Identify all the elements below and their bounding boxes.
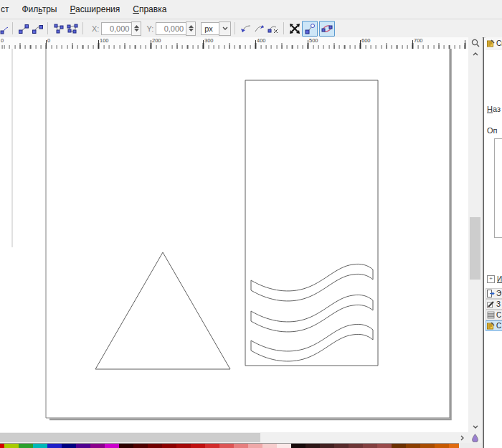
palette-swatch[interactable] — [420, 444, 435, 448]
dock-divider[interactable] — [483, 37, 484, 448]
x-coordinate-value[interactable]: 0,000 — [101, 22, 131, 35]
ruler-number: 100 — [100, 37, 109, 44]
spin-up-icon — [134, 25, 139, 28]
dialog-tab-export[interactable]: Э — [486, 288, 502, 299]
toolbar-separator — [47, 22, 48, 34]
palette-swatch[interactable] — [248, 444, 262, 448]
scroll-right-button[interactable] — [457, 432, 468, 443]
layers-icon — [487, 311, 495, 319]
horizontal-ruler[interactable]: 00100200300400500600700 — [0, 37, 468, 49]
palette-swatch[interactable] — [47, 444, 62, 448]
description-textarea[interactable] — [494, 138, 502, 238]
palette-swatch[interactable] — [148, 444, 162, 448]
ruler-number: 500 — [309, 37, 318, 44]
palette-swatch[interactable] — [4, 444, 19, 448]
palette-swatch[interactable] — [119, 444, 133, 448]
chevron-down-icon — [222, 27, 228, 30]
y-spinner-buttons[interactable] — [186, 22, 196, 36]
x-coordinate-spinbox[interactable]: 0,000 — [101, 22, 141, 35]
ruler-number: 200 — [152, 37, 161, 44]
next-path-effect-param-icon[interactable] — [240, 22, 252, 34]
node-tool-partial-icon[interactable] — [0, 22, 8, 34]
palette-swatch[interactable] — [277, 444, 291, 448]
show-bezier-handles-toggle[interactable] — [302, 21, 318, 37]
name-field-label: Наз — [487, 105, 501, 113]
join-nodes-icon[interactable] — [52, 22, 65, 34]
show-transform-handles-icon[interactable] — [288, 22, 300, 34]
ruler-number: 600 — [361, 37, 371, 44]
palette-swatch[interactable] — [62, 444, 76, 448]
unit-dropdown-button[interactable] — [219, 22, 231, 36]
pencil-icon — [487, 300, 495, 308]
interactivity-label: И — [497, 275, 502, 283]
toolbar-separator — [235, 22, 235, 34]
object-properties-panel: Св Наз Оп + И Э З С С — [486, 37, 502, 448]
palette-swatch[interactable] — [205, 444, 219, 448]
vertical-scrollbar[interactable] — [468, 49, 482, 432]
palette-swatch[interactable] — [349, 444, 363, 448]
magnifier-icon — [471, 39, 480, 47]
y-coordinate-value[interactable]: 0,000 — [156, 22, 186, 35]
palette-swatch[interactable] — [234, 444, 248, 448]
scroll-down-button[interactable] — [468, 421, 482, 432]
palette-swatch[interactable] — [334, 444, 349, 448]
menu-label: Фильтры — [22, 4, 57, 14]
palette-swatch[interactable] — [33, 444, 47, 448]
palette-swatch[interactable] — [392, 444, 406, 448]
palette-swatch[interactable] — [291, 444, 306, 448]
zoom-corner-button[interactable] — [468, 37, 482, 49]
ruler-number: 400 — [257, 37, 266, 44]
palette-swatch[interactable] — [133, 444, 148, 448]
palette-swatch[interactable] — [262, 444, 277, 448]
x-spinner-buttons[interactable] — [131, 22, 141, 36]
palette-swatch[interactable] — [306, 444, 320, 448]
insert-node-icon[interactable] — [17, 22, 29, 34]
y-coordinate-label: Y: — [146, 24, 153, 33]
unit-dropdown[interactable]: px — [201, 22, 231, 35]
show-mask-icon[interactable] — [267, 22, 279, 34]
palette-swatch[interactable] — [162, 444, 176, 448]
y-coordinate-spinbox[interactable]: 0,000 — [156, 22, 196, 35]
palette-swatch[interactable] — [435, 444, 449, 448]
palette-swatch[interactable] — [191, 444, 205, 448]
menu-item-help[interactable]: Справка — [126, 0, 173, 19]
palette-swatch[interactable] — [76, 444, 90, 448]
spin-down-icon — [134, 29, 139, 32]
dialog-tab-fill-stroke[interactable]: З — [486, 299, 502, 310]
canvas[interactable] — [0, 49, 468, 432]
break-nodes-icon[interactable] — [66, 22, 78, 34]
panel-title-bar[interactable]: Св — [486, 37, 502, 49]
vertical-scrollbar-thumb[interactable] — [470, 217, 480, 280]
dialog-tab-layers[interactable]: С — [486, 310, 502, 320]
toolbar-separator — [12, 22, 13, 34]
color-management-toggle[interactable] — [468, 432, 482, 443]
palette-swatch[interactable] — [406, 444, 420, 448]
unit-value: px — [201, 22, 219, 35]
palette-swatch[interactable] — [105, 444, 119, 448]
show-clip-path-icon[interactable] — [253, 22, 265, 34]
scroll-up-button[interactable] — [468, 49, 482, 59]
horizontal-scrollbar-thumb[interactable] — [0, 433, 260, 442]
bezier-handles-icon — [304, 23, 316, 34]
toolbar-separator — [82, 22, 83, 34]
dialog-tab-object-properties[interactable]: С — [486, 320, 502, 331]
palette-swatch[interactable] — [363, 444, 377, 448]
ruler-major-ticks — [0, 40, 468, 49]
menu-item-filters[interactable]: Фильтры — [16, 0, 64, 19]
palette-swatch[interactable] — [449, 444, 459, 448]
palette-swatch[interactable] — [90, 444, 105, 448]
menu-item-extensions[interactable]: Расширения — [63, 0, 126, 19]
palette-swatch[interactable] — [377, 444, 392, 448]
ruler-number: 0 — [47, 37, 50, 44]
show-path-outline-toggle[interactable] — [319, 21, 335, 37]
menubar: ст Фильтры Расширения Справка — [0, 0, 502, 19]
palette-swatch[interactable] — [219, 444, 234, 448]
palette-swatch[interactable] — [19, 444, 33, 448]
menu-item-text[interactable]: ст — [0, 0, 16, 19]
interactivity-expander[interactable]: + И — [487, 275, 502, 283]
horizontal-scrollbar[interactable] — [0, 432, 468, 443]
palette-swatch[interactable] — [176, 444, 191, 448]
palette-swatch[interactable] — [320, 444, 334, 448]
delete-node-icon[interactable] — [31, 22, 43, 34]
expand-plus-icon: + — [487, 275, 495, 283]
